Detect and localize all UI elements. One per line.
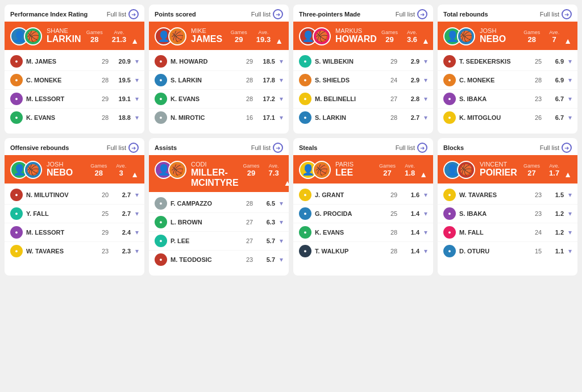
card-title: Points scored [155,11,196,18]
player-trend-icon[interactable]: ▾ [424,95,427,103]
player-trend-icon[interactable]: ▾ [424,76,427,84]
player-trend-icon[interactable]: ▾ [280,256,283,264]
player-trend-icon[interactable]: ▾ [135,76,139,84]
hero-info: VINCENTPOIRIER [480,161,519,178]
player-name: F. CAMPAZZO [171,200,240,207]
player-trend-icon[interactable]: ▾ [280,57,283,65]
player-trend-icon[interactable]: ▾ [135,228,139,236]
player-trend-icon[interactable]: ▾ [280,218,283,226]
full-list-link[interactable]: Full list ➜ [107,9,139,19]
avatar-team: 🏀 [313,161,331,179]
player-name: N. MIROTIC [171,114,240,121]
stats-grid: Performance Index RatingFull list ➜👤🏀SHA… [5,5,577,276]
hero-arrow-icon: ▲ [564,36,572,45]
team-badge-icon: ● [155,55,167,68]
player-trend-icon[interactable]: ▾ [135,191,139,199]
full-list-link[interactable]: Full list ➜ [251,143,283,153]
hero-first-name: SHANE [47,27,82,34]
hero-arrow-icon: ▲ [275,36,283,45]
hero-banner: 👤🏀VINCENTPOIRIERGames 27Ave. 1.7▲ [438,155,577,184]
full-list-link[interactable]: Full list ➜ [107,143,139,153]
player-stat-value: 2.9 [404,58,419,65]
hero-avatars: 👤🏀 [10,27,42,45]
stat-row: ●C. MONEKE286.9▾ [438,71,577,90]
full-list-label: Full list [107,144,126,151]
player-trend-icon[interactable]: ▾ [424,228,427,236]
player-games: 25 [99,210,111,217]
full-list-link[interactable]: Full list ➜ [540,9,572,19]
hero-stats: Games 28Ave. 3 [90,163,126,177]
team-icon: 🏀 [27,164,39,176]
player-trend-icon[interactable]: ▾ [568,57,572,65]
player-name: L. BROWN [171,219,240,226]
player-trend-icon[interactable]: ▾ [135,247,139,255]
hero-banner: 👤🏀JOSHNEBOGames 28Ave. 3▲ [5,155,144,184]
team-badge-icon: ● [155,216,167,228]
player-trend-icon[interactable]: ▾ [568,76,572,84]
full-list-icon: ➜ [417,143,427,153]
ave-label: Ave. [256,30,271,35]
games-label: Games [243,163,260,169]
ave-value: 1.7 [549,169,559,177]
hero-stats: Games 27Ave. 1.7 [523,163,559,177]
stat-row: ●T. SEDEKERSKIS256.9▾ [438,52,577,71]
hero-last-name: HOWARD [335,34,377,44]
player-trend-icon[interactable]: ▾ [568,210,572,218]
player-trend-icon[interactable]: ▾ [568,191,572,199]
player-stat-value: 6.9 [548,77,564,84]
player-trend-icon[interactable]: ▾ [280,237,283,245]
player-trend-icon[interactable]: ▾ [135,57,139,65]
player-name: S. LARKIN [171,77,240,84]
player-trend-icon[interactable]: ▾ [568,247,572,255]
player-trend-icon[interactable]: ▾ [280,114,283,122]
player-trend-icon[interactable]: ▾ [135,95,139,103]
player-trend-icon[interactable]: ▾ [424,191,427,199]
card-points-scored: Points scoredFull list ➜👤🏀MIKEJAMESGames… [149,5,289,134]
hero-last-name: NEBO [480,34,519,44]
stat-row: ●J. GRANT291.6▾ [293,186,433,205]
team-icon: 🏀 [27,30,39,43]
full-list-link[interactable]: Full list ➜ [251,9,283,19]
player-trend-icon[interactable]: ▾ [135,114,139,122]
player-trend-icon[interactable]: ▾ [280,95,283,103]
player-name: Y. FALL [26,210,95,217]
player-games: 25 [388,210,400,217]
player-games: 28 [532,77,544,84]
player-name: M. JAMES [26,58,95,65]
ave-value: 7 [549,35,559,44]
player-trend-icon[interactable]: ▾ [568,228,572,236]
full-list-link[interactable]: Full list ➜ [396,9,427,19]
card-assists: AssistsFull list ➜👤🏀CODIMILLER-MCINTYREG… [149,138,289,276]
team-icon: 🏀 [315,30,328,43]
player-stat-value: 2.7 [404,114,419,121]
stat-row: ●T. WALKUP281.4▾ [293,242,433,260]
card-header-assists: AssistsFull list ➜ [149,138,289,155]
player-trend-icon[interactable]: ▾ [280,199,283,207]
card-title: Blocks [443,144,464,151]
player-stat-value: 17.8 [259,77,275,84]
full-list-link[interactable]: Full list ➜ [396,143,427,153]
player-trend-icon[interactable]: ▾ [424,247,427,255]
player-trend-icon[interactable]: ▾ [424,114,427,122]
card-title: Steals [299,144,317,151]
player-trend-icon[interactable]: ▾ [568,114,572,122]
player-name: G. PROCIDA [315,210,384,217]
player-trend-icon[interactable]: ▾ [280,76,283,84]
avatar-team: 🏀 [24,161,42,179]
player-trend-icon[interactable]: ▾ [424,57,427,65]
player-games: 20 [99,191,111,198]
player-stat-value: 17.1 [259,114,275,121]
hero-banner: 👤🏀JOSHNEBOGames 28Ave. 7▲ [438,22,577,50]
full-list-icon: ➜ [417,9,427,19]
stat-row: ●P. LEE275.7▾ [149,232,289,251]
player-trend-icon[interactable]: ▾ [424,210,427,218]
full-list-link[interactable]: Full list ➜ [540,143,572,153]
player-games: 26 [532,114,544,121]
player-trend-icon[interactable]: ▾ [568,95,572,103]
stat-row: ●F. CAMPAZZO286.5▾ [149,194,289,213]
player-games: 25 [532,58,544,65]
player-stat-value: 6.3 [259,219,275,226]
player-trend-icon[interactable]: ▾ [135,210,139,218]
hero-ave-stat: Ave. 3 [116,163,126,177]
hero-first-name: MIKE [191,27,226,34]
